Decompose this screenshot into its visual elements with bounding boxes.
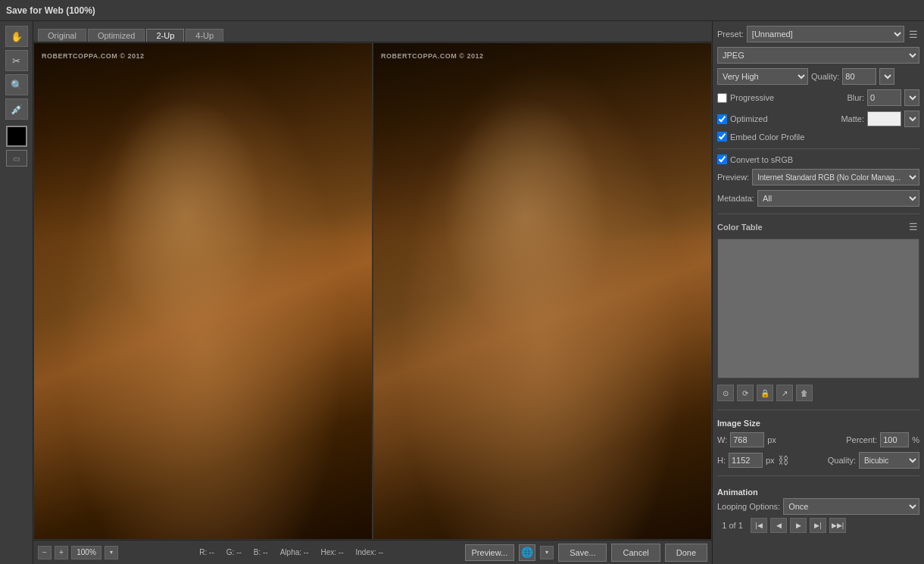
percent-input[interactable] — [880, 432, 909, 447]
zoom-out-button[interactable]: − — [38, 546, 52, 559]
animation-title: Animation — [717, 488, 919, 497]
animation-section: Animation Looping Options: Once 1 of 1 |… — [717, 485, 919, 533]
save-button[interactable]: Save... — [558, 544, 607, 562]
cancel-button[interactable]: Cancel — [611, 544, 660, 562]
matte-label: Matte: — [841, 114, 864, 123]
content-area: Original Optimized 2-Up 4-Up ROBERTCOPPA… — [33, 21, 712, 564]
optimized-image-panel: ROBERTCOPPA.COM © 2012 JPEG 80 quality 3… — [373, 42, 712, 540]
looping-select[interactable]: Once — [783, 498, 919, 515]
alpha-value: Alpha: -- — [280, 548, 309, 556]
right-panel: Preset: [Unnamed] ☰ JPEG Very High Quali… — [712, 21, 924, 564]
browser-icon[interactable]: 🌐 — [519, 544, 535, 561]
quality-row: Very High Quality: ▾ — [717, 68, 919, 85]
matte-dropdown[interactable]: ▾ — [904, 111, 919, 127]
original-watermark: ROBERTCOPPA.COM © 2012 — [42, 52, 145, 60]
blur-dropdown[interactable]: ▾ — [904, 89, 919, 106]
convert-srgb-checkbox-row: Convert to sRGB — [717, 154, 793, 164]
zoom-tool[interactable]: 🔍 — [5, 74, 28, 95]
anim-counter: 1 of 1 — [717, 521, 748, 530]
progressive-checkbox[interactable] — [717, 93, 727, 103]
done-button[interactable]: Done — [665, 544, 707, 562]
color-table-header: Color Table ☰ — [717, 220, 919, 234]
quality-label: Quality: — [811, 72, 839, 81]
progressive-blur-row: Progressive Blur: ▾ — [717, 89, 919, 106]
blur-input[interactable] — [867, 89, 901, 106]
bottom-action-buttons: Preview... 🌐 ▾ Save... Cancel Done — [465, 544, 707, 562]
preset-select[interactable]: [Unnamed] — [747, 26, 904, 42]
title-bar-text: Save for Web (100%) — [6, 5, 95, 16]
slice-tool[interactable]: ✂ — [5, 50, 28, 71]
optimized-checkbox[interactable] — [717, 114, 727, 124]
zoom-dropdown-button[interactable]: ▾ — [105, 546, 118, 559]
format-row: JPEG — [717, 47, 919, 64]
g-value: G: -- — [226, 548, 242, 556]
photo-person-original — [34, 43, 372, 539]
anim-first-btn[interactable]: |◀ — [751, 518, 767, 533]
preview-area: ROBERTCOPPA.COM © 2012 Original: "_RC_95… — [33, 42, 712, 564]
r-value: R: -- — [199, 548, 214, 556]
tab-optimized[interactable]: Optimized — [88, 29, 145, 42]
bottom-bar: − + ▾ R: -- G: -- B: -- Alpha: -- Hex: -… — [33, 540, 712, 564]
ct-map-to-transparent-btn[interactable]: ⊙ — [717, 385, 734, 401]
eyedropper-tool[interactable]: 💉 — [5, 98, 28, 120]
tab-4up[interactable]: 4-Up — [186, 29, 223, 42]
tab-original[interactable]: Original — [38, 29, 86, 42]
quality-preset-select[interactable]: Very High — [717, 68, 808, 85]
anim-last-btn[interactable]: ▶▶| — [829, 518, 846, 533]
matte-color-box[interactable] — [867, 111, 901, 126]
embed-color-row: Embed Color Profile — [717, 132, 919, 142]
metadata-select[interactable]: All — [757, 190, 919, 207]
color-table-area — [717, 238, 919, 379]
resample-select[interactable]: Bicubic — [859, 452, 919, 469]
convert-srgb-label: Convert to sRGB — [730, 155, 793, 164]
color-swatch[interactable] — [6, 126, 27, 147]
embed-color-checkbox[interactable] — [717, 132, 727, 142]
percent-label: Percent: — [846, 435, 877, 444]
divider-3 — [717, 410, 919, 410]
height-input[interactable] — [729, 453, 763, 468]
metadata-label: Metadata: — [717, 194, 754, 203]
photo-person-optimized — [373, 43, 711, 539]
zoom-input[interactable] — [71, 546, 101, 559]
divider-2 — [717, 213, 919, 214]
optimized-image-info: JPEG 80 quality 315.6K 58 sec @ 56.6 Kbp… — [373, 539, 711, 540]
progressive-checkbox-row: Progressive — [717, 93, 774, 103]
ct-add-web-snap-btn[interactable]: ⟳ — [737, 385, 754, 401]
original-photo: ROBERTCOPPA.COM © 2012 — [34, 43, 372, 539]
blur-label: Blur: — [847, 93, 864, 102]
width-label: W: — [717, 435, 727, 444]
height-row: H: px ⛓ Quality: Bicubic — [717, 452, 919, 469]
b-value: B: -- — [254, 548, 268, 556]
optimized-photo: ROBERTCOPPA.COM © 2012 — [373, 43, 711, 539]
ct-add-color-btn[interactable]: ↗ — [776, 385, 793, 401]
format-select[interactable]: JPEG — [717, 47, 919, 64]
divider-4 — [717, 475, 919, 476]
tab-2up[interactable]: 2-Up — [146, 29, 184, 42]
browser-dropdown[interactable]: ▾ — [540, 546, 554, 559]
optimized-checkbox-row: Optimized — [717, 114, 768, 124]
preview-select[interactable]: Internet Standard RGB (No Color Manag... — [752, 169, 919, 185]
original-image-panel: ROBERTCOPPA.COM © 2012 Original: "_RC_95… — [33, 42, 373, 540]
hand-tool[interactable]: ✋ — [5, 26, 28, 47]
quality-input[interactable] — [842, 68, 876, 85]
width-input[interactable] — [730, 432, 764, 447]
ct-lock-btn[interactable]: 🔒 — [757, 385, 773, 401]
convert-srgb-checkbox[interactable] — [717, 154, 727, 164]
link-dimensions-icon[interactable]: ⛓ — [778, 454, 788, 466]
preset-menu-icon[interactable]: ☰ — [907, 27, 919, 42]
color-table-menu-icon[interactable]: ☰ — [907, 220, 919, 234]
quality-resample-label: Quality: — [828, 456, 856, 465]
animation-controls: 1 of 1 |◀ ◀ ▶ ▶| ▶▶| — [717, 518, 919, 533]
zoom-in-button[interactable]: + — [55, 546, 68, 559]
quality-dropdown[interactable]: ▾ — [879, 68, 894, 85]
anim-prev-btn[interactable]: ◀ — [770, 518, 787, 533]
preset-label: Preset: — [717, 30, 744, 39]
height-label: H: — [717, 456, 726, 465]
anim-next-btn[interactable]: ▶| — [810, 518, 826, 533]
anim-play-btn[interactable]: ▶ — [790, 518, 807, 533]
preview-button[interactable]: Preview... — [465, 544, 515, 561]
tabs-bar: Original Optimized 2-Up 4-Up — [33, 21, 712, 42]
percent-unit: % — [912, 435, 919, 444]
color-table-title: Color Table — [717, 223, 763, 232]
ct-delete-color-btn[interactable]: 🗑 — [796, 385, 813, 401]
